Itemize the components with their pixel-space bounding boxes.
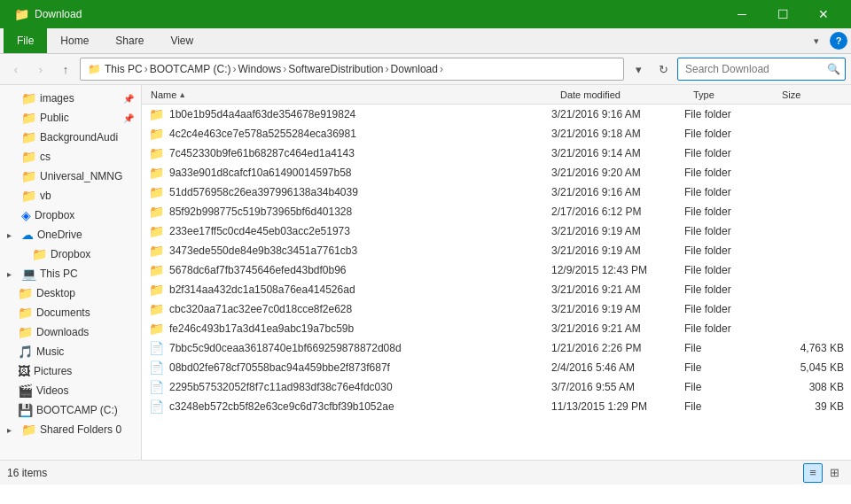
tab-file[interactable]: File bbox=[4, 28, 47, 53]
sidebar-item-dropbox2[interactable]: 📁 Dropbox bbox=[0, 244, 141, 264]
details-view-button[interactable]: ≡ bbox=[803, 463, 823, 483]
table-row[interactable]: 📁 3473ede550de84e9b38c3451a7761cb3 3/21/… bbox=[142, 241, 851, 260]
sidebar-item-music[interactable]: 🎵 Music bbox=[0, 342, 141, 361]
help-button[interactable]: ? bbox=[830, 32, 847, 50]
table-row[interactable]: 📁 4c2c4e463ce7e578a5255284eca36981 3/21/… bbox=[142, 124, 851, 143]
sidebar-item-bootcamp[interactable]: 💾 BOOTCAMP (C:) bbox=[0, 400, 141, 420]
window-controls: ─ ☐ ✕ bbox=[722, 0, 844, 28]
file-modified: 2/4/2016 5:46 AM bbox=[551, 361, 684, 374]
file-modified: 11/13/2015 1:29 PM bbox=[551, 400, 684, 413]
sidebar-item-pictures[interactable]: 🖼 Pictures bbox=[0, 361, 141, 381]
sidebar-label: Pictures bbox=[34, 365, 72, 377]
address-path[interactable]: 📁 This PC › BOOTCAMP (C:) › Windows › So… bbox=[80, 58, 624, 81]
sidebar-label: Downloads bbox=[36, 326, 89, 338]
sidebar-item-shared[interactable]: ▸ 📁 Shared Folders 0 bbox=[0, 420, 141, 439]
chevron-down-icon: ▾ bbox=[814, 35, 819, 47]
sidebar-item-vb[interactable]: 📁 vb bbox=[0, 186, 141, 205]
folder-icon: 📁 bbox=[149, 127, 164, 141]
file-icon: 📄 bbox=[149, 380, 164, 394]
search-input[interactable] bbox=[677, 58, 846, 81]
col-header-modified[interactable]: Date modified bbox=[555, 89, 688, 100]
dropdown-button[interactable]: ▾ bbox=[628, 58, 649, 80]
sidebar-item-documents[interactable]: 📁 Documents bbox=[0, 303, 141, 322]
sidebar-item-cs[interactable]: 📁 cs bbox=[0, 147, 141, 167]
file-modified: 3/21/2016 9:16 AM bbox=[551, 108, 684, 120]
folder-icon: 📁 bbox=[21, 423, 36, 437]
sidebar-label: Universal_NMNG bbox=[40, 170, 122, 182]
table-row[interactable]: 📄 7bbc5c9d0ceaa3618740e1bf669259878872d0… bbox=[142, 338, 851, 358]
sidebar-label: images bbox=[40, 92, 74, 105]
sidebar-item-thispc[interactable]: ▸ 💻 This PC bbox=[0, 264, 141, 283]
path-bootcamp[interactable]: BOOTCAMP (C:) bbox=[150, 63, 231, 75]
file-icon: 📄 bbox=[149, 361, 164, 375]
table-row[interactable]: 📁 51dd576958c26ea397996138a34b4039 3/21/… bbox=[142, 182, 851, 202]
table-row[interactable]: 📁 233ee17ff5c0cd4e45eb03acc2e51973 3/21/… bbox=[142, 221, 851, 241]
table-row[interactable]: 📄 c3248eb572cb5f82e63ce9c6d73cfbf39b1052… bbox=[142, 397, 851, 416]
file-modified: 3/7/2016 9:55 AM bbox=[551, 381, 684, 393]
table-row[interactable]: 📁 cbc320aa71ac32ee7c0d18cce8f2e628 3/21/… bbox=[142, 299, 851, 319]
file-name: 85f92b998775c519b73965bf6d401328 bbox=[169, 205, 551, 218]
tab-home[interactable]: Home bbox=[47, 28, 102, 53]
onedrive-icon: ☁ bbox=[21, 228, 34, 242]
refresh-button[interactable]: ↻ bbox=[652, 58, 674, 80]
path-windows[interactable]: Windows bbox=[238, 63, 281, 75]
sidebar-item-universal[interactable]: 📁 Universal_NMNG bbox=[0, 167, 141, 186]
table-row[interactable]: 📁 fe246c493b17a3d41ea9abc19a7bc59b 3/21/… bbox=[142, 319, 851, 338]
sidebar-label: This PC bbox=[40, 268, 78, 280]
path-softwaredistribution[interactable]: SoftwareDistribution bbox=[288, 63, 383, 75]
sidebar-item-onedrive[interactable]: ▸ ☁ OneDrive bbox=[0, 225, 141, 244]
table-row[interactable]: 📁 85f92b998775c519b73965bf6d401328 2/17/… bbox=[142, 202, 851, 221]
file-size: 5,045 KB bbox=[773, 361, 844, 374]
file-name: 7c452330b9fe61b68287c464ed1a4143 bbox=[169, 147, 551, 159]
col-header-size[interactable]: Size bbox=[777, 89, 847, 100]
file-type: File folder bbox=[684, 205, 773, 218]
sidebar-item-public[interactable]: 📁 Public 📌 bbox=[0, 108, 141, 128]
file-list: 📁 1b0e1b95d4a4aaf63de354678e919824 3/21/… bbox=[142, 105, 851, 460]
col-header-type[interactable]: Type bbox=[688, 89, 777, 100]
folder-icon: 📁 bbox=[18, 286, 33, 300]
back-button[interactable]: ‹ bbox=[5, 58, 27, 80]
tab-share[interactable]: Share bbox=[102, 28, 157, 53]
up-button[interactable]: ↑ bbox=[55, 58, 76, 80]
close-button[interactable]: ✕ bbox=[803, 0, 844, 28]
path-download[interactable]: Download bbox=[391, 63, 438, 75]
minimize-button[interactable]: ─ bbox=[722, 0, 762, 28]
ribbon-expand[interactable]: ▾ bbox=[807, 32, 826, 50]
sidebar-label: Desktop bbox=[36, 287, 75, 299]
sidebar-item-desktop[interactable]: 📁 Desktop bbox=[0, 283, 141, 303]
sidebar-item-backgroundaudi[interactable]: 📁 BackgroundAudi bbox=[0, 128, 141, 147]
sidebar-label: Music bbox=[36, 345, 64, 358]
sidebar-item-dropbox[interactable]: ◈ Dropbox bbox=[0, 205, 141, 225]
table-row[interactable]: 📁 b2f314aa432dc1a1508a76ea414526ad 3/21/… bbox=[142, 280, 851, 299]
file-modified: 3/21/2016 9:21 AM bbox=[551, 322, 684, 335]
file-type: File folder bbox=[684, 264, 773, 276]
folder-icon: 📁 bbox=[149, 185, 164, 199]
table-row[interactable]: 📄 08bd02fe678cf70558bac94a459bbe2f873f68… bbox=[142, 358, 851, 377]
file-name: cbc320aa71ac32ee7c0d18cce8f2e628 bbox=[169, 303, 551, 315]
forward-button[interactable]: › bbox=[30, 58, 51, 80]
table-row[interactable]: 📁 5678dc6af7fb3745646efed43bdf0b96 12/9/… bbox=[142, 260, 851, 280]
address-bar: ‹ › ↑ 📁 This PC › BOOTCAMP (C:) › Window… bbox=[0, 54, 851, 85]
file-name: c3248eb572cb5f82e63ce9c6d73cfbf39b1052ae bbox=[169, 400, 551, 413]
folder-icon: 📁 bbox=[149, 283, 164, 297]
tab-view[interactable]: View bbox=[157, 28, 207, 53]
sidebar-item-images[interactable]: 📁 images 📌 bbox=[0, 89, 141, 108]
path-icon: 📁 bbox=[88, 63, 101, 75]
table-row[interactable]: 📁 1b0e1b95d4a4aaf63de354678e919824 3/21/… bbox=[142, 105, 851, 124]
path-thispc[interactable]: This PC bbox=[105, 63, 143, 75]
file-size: 4,763 KB bbox=[773, 342, 844, 354]
file-type: File folder bbox=[684, 244, 773, 257]
table-row[interactable]: 📁 7c452330b9fe61b68287c464ed1a4143 3/21/… bbox=[142, 143, 851, 163]
maximize-button[interactable]: ☐ bbox=[762, 0, 803, 28]
table-row[interactable]: 📁 9a33e901d8cafcf10a61490014597b58 3/21/… bbox=[142, 163, 851, 182]
file-type: File folder bbox=[684, 167, 773, 179]
folder-icon: 📁 bbox=[149, 302, 164, 316]
search-wrapper: 🔍 bbox=[677, 58, 846, 81]
file-size: 39 KB bbox=[773, 400, 844, 413]
table-row[interactable]: 📄 2295b57532052f8f7c11ad983df38c76e4fdc0… bbox=[142, 377, 851, 397]
sidebar-item-downloads[interactable]: 📁 Downloads bbox=[0, 322, 141, 342]
large-icons-button[interactable]: ⊞ bbox=[824, 463, 844, 483]
file-name: 233ee17ff5c0cd4e45eb03acc2e51973 bbox=[169, 225, 551, 237]
sidebar-item-videos[interactable]: 🎬 Videos bbox=[0, 381, 141, 400]
col-header-name[interactable]: Name ▲ bbox=[145, 89, 555, 100]
